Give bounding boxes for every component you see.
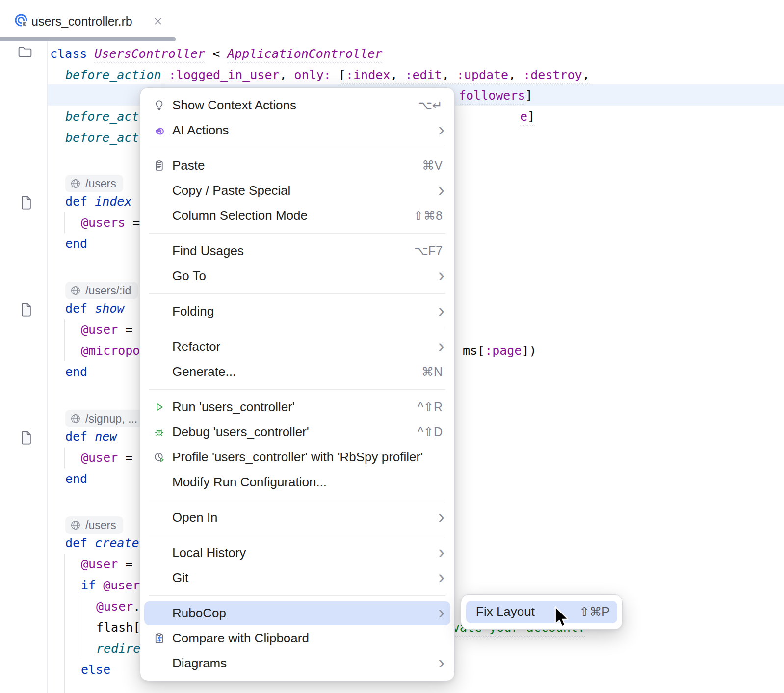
menu-item-rubocop[interactable]: RuboCop› [140, 601, 454, 626]
code-line-fragment[interactable]: end [65, 361, 87, 382]
code-line-fragment[interactable]: else [81, 659, 110, 680]
gutter-file-icon[interactable] [21, 195, 31, 212]
code-token: @user [103, 578, 140, 592]
code-line-fragment[interactable]: flash[ [96, 617, 140, 638]
code-token: :edit [405, 68, 442, 82]
code-token: :destroy [523, 68, 582, 82]
menu-item-local-history[interactable]: Local History› [140, 540, 454, 565]
code-line-fragment[interactable]: before_action :logged_in_user, only: [:i… [65, 64, 590, 85]
code-token: end [65, 472, 87, 486]
menu-item-icon-empty [153, 210, 165, 222]
menu-item-run-users-controller[interactable]: Run 'users_controller'^⇧R [140, 395, 454, 420]
code-token: def [65, 536, 95, 550]
editor-context-menu: Show Context Actions⌥↵AI Actions›Paste⌘V… [140, 87, 455, 681]
code-token: @user [81, 322, 125, 337]
code-line-fragment[interactable]: ms[:page]) [463, 340, 537, 361]
code-line-fragment[interactable]: @user = [81, 319, 132, 340]
menu-item-show-context-actions[interactable]: Show Context Actions⌥↵ [140, 93, 454, 118]
code-line-fragment[interactable]: redire [96, 638, 140, 659]
menu-item-open-in[interactable]: Open In› [140, 505, 454, 530]
menu-item-ai-actions[interactable]: AI Actions› [140, 118, 454, 143]
code-line-fragment[interactable]: def show [65, 298, 124, 319]
code-line-fragment[interactable]: @micropo [81, 340, 140, 361]
gutter-folder-icon[interactable] [18, 45, 32, 60]
clipboard-icon [153, 160, 165, 172]
code-token: = [132, 215, 140, 230]
code-line-fragment[interactable]: def create [65, 533, 139, 554]
rubocop-submenu: Fix Layout ⇧⌘P [461, 594, 623, 630]
menu-item-go-to[interactable]: Go To› [140, 264, 454, 289]
menu-item-label: Paste [172, 158, 205, 173]
route-chip-label: /users [85, 177, 116, 190]
menu-item-label: Generate... [172, 364, 236, 379]
menu-item-label: Run 'users_controller' [172, 399, 295, 414]
menu-item-copy-paste-special[interactable]: Copy / Paste Special› [140, 178, 454, 203]
menu-item-modify-run-configuration[interactable]: Modify Run Configuration... [140, 470, 454, 495]
code-line-fragment[interactable]: if @user [81, 575, 140, 596]
code-line-fragment[interactable]: @users = [81, 212, 140, 233]
menu-item-find-usages[interactable]: Find Usages⌥F7 [140, 239, 454, 264]
code-token: @user [81, 451, 125, 465]
chevron-right-icon: › [438, 542, 444, 561]
menu-item-paste[interactable]: Paste⌘V [140, 153, 454, 178]
code-token: ]) [522, 344, 536, 358]
menu-item-folding[interactable]: Folding› [140, 299, 454, 324]
code-line-fragment[interactable]: before_act [65, 106, 139, 127]
code-token: [ [339, 68, 346, 82]
submenu-item-fix-layout[interactable]: Fix Layout ⇧⌘P [466, 601, 617, 623]
code-line-fragment[interactable]: def index [65, 191, 131, 212]
globe-icon [70, 413, 81, 424]
route-chip-label: /users/:id [85, 284, 131, 297]
menu-item-profile-users-controller-with-rbspy-profiler[interactable]: Profile 'users_controller' with 'RbSpy p… [140, 445, 454, 470]
code-line-fragment[interactable]: @user = [81, 554, 132, 575]
chevron-right-icon: › [438, 336, 444, 355]
gutter-file-icon[interactable] [21, 430, 31, 447]
code-token: :index [346, 68, 390, 82]
menu-item-column-selection-mode[interactable]: Column Selection Mode⇧⌘8 [140, 203, 454, 228]
code-line-fragment[interactable]: class UsersController < ApplicationContr… [50, 43, 382, 64]
menu-item-compare-with-clipboard[interactable]: Compare with Clipboard [140, 626, 454, 651]
code-token: class [50, 47, 94, 61]
code-token: index [95, 194, 131, 209]
route-chip[interactable]: /signup, ... [65, 410, 144, 427]
menu-item-icon-empty [153, 366, 165, 378]
mouse-cursor [553, 606, 569, 628]
route-chip[interactable]: /users [65, 175, 123, 192]
menu-item-shortcut: ⌘V [422, 158, 443, 172]
route-chip[interactable]: /users [65, 516, 123, 534]
code-line-fragment[interactable]: end [65, 468, 87, 489]
menu-item-icon-empty [153, 476, 165, 488]
code-line-fragment[interactable]: def new [65, 426, 117, 447]
menu-item-icon-empty [153, 547, 165, 559]
chevron-right-icon: › [438, 301, 444, 320]
menu-separator [140, 228, 454, 239]
menu-item-debug-users-controller[interactable]: Debug 'users_controller'^⇧D [140, 420, 454, 445]
ai-swirl-icon [153, 124, 165, 136]
code-line-fragment[interactable]: @user. [96, 596, 140, 617]
menu-item-generate[interactable]: Generate...⌘N [140, 359, 454, 384]
code-line-fragment[interactable]: followers] [459, 85, 533, 106]
code-token: end [65, 365, 87, 379]
gutter-file-icon[interactable] [21, 302, 31, 319]
chevron-right-icon: › [438, 507, 444, 526]
route-chip[interactable]: /users/:id [65, 282, 138, 299]
code-line-fragment[interactable]: end [65, 233, 87, 254]
code-token: ] [525, 88, 532, 103]
compare-clipboard-icon [153, 632, 165, 644]
code-token: before_act [65, 131, 139, 145]
code-line-fragment[interactable]: @user = [81, 447, 132, 468]
menu-item-git[interactable]: Git› [140, 565, 454, 590]
run-play-icon [153, 401, 165, 413]
indent-guide [64, 212, 65, 233]
code-token: @user [96, 599, 133, 613]
menu-item-icon-empty [153, 572, 165, 584]
menu-item-diagrams[interactable]: Diagrams› [140, 651, 454, 676]
profiler-icon [153, 451, 165, 463]
menu-separator [140, 384, 454, 395]
code-line-fragment[interactable]: before_act [65, 127, 139, 148]
menu-item-label: Refactor [172, 339, 220, 354]
menu-item-refactor[interactable]: Refactor› [140, 334, 454, 359]
menu-item-icon-empty [153, 305, 165, 318]
code-line-fragment[interactable]: e] [520, 106, 535, 127]
menu-item-icon-empty [153, 511, 165, 524]
